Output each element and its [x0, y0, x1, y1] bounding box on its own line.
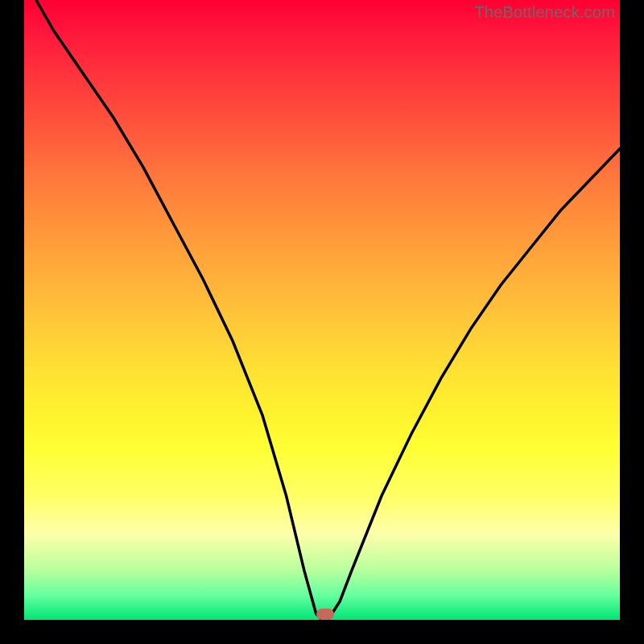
plot-area: TheBottleneck.com — [24, 0, 620, 620]
watermark-text: TheBottleneck.com — [474, 3, 615, 22]
chart-frame: TheBottleneck.com — [0, 0, 644, 644]
bottleneck-curve — [24, 0, 620, 620]
optimum-marker — [316, 609, 334, 620]
